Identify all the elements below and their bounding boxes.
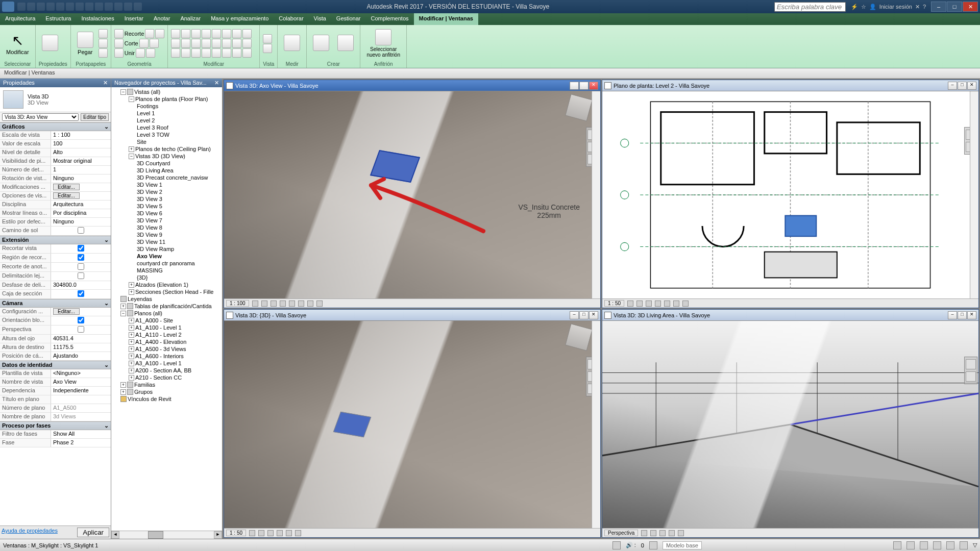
- tree-views-root[interactable]: −Vistas (all): [112, 88, 221, 95]
- apply-button[interactable]: Aplicar: [77, 528, 109, 537]
- vertical-scrollbar[interactable]: [970, 91, 978, 298]
- tree-item[interactable]: 3D View Ramp: [112, 245, 221, 253]
- prop-value[interactable]: 1 : 100: [51, 131, 111, 139]
- crop-icon[interactable]: [669, 530, 675, 536]
- visual-style-icon[interactable]: [650, 530, 656, 536]
- steering-icon[interactable]: [966, 359, 976, 369]
- sunpath-icon[interactable]: [271, 300, 277, 307]
- create-button-2[interactable]: [334, 34, 357, 53]
- mod-icon-2[interactable]: [212, 39, 221, 48]
- app-logo-icon[interactable]: [2, 2, 14, 12]
- close-icon[interactable]: ✕: [214, 80, 219, 86]
- hide-icon[interactable]: [307, 300, 313, 307]
- perspective-checkbox[interactable]: [78, 326, 84, 333]
- view-canvas[interactable]: [602, 321, 978, 528]
- tab-instalaciones[interactable]: Instalaciones: [76, 13, 119, 25]
- select-face-icon[interactable]: [933, 541, 941, 549]
- properties-help-link[interactable]: Ayuda de propiedades: [2, 528, 75, 537]
- sunpath-icon[interactable]: [659, 530, 666, 536]
- tree-item[interactable]: 3D View 9: [112, 231, 221, 238]
- qat-section-icon[interactable]: [105, 3, 113, 11]
- mod-icon-1[interactable]: [202, 39, 211, 48]
- tree-links[interactable]: Vínculos de Revit: [112, 395, 221, 403]
- qat-undo-icon[interactable]: [37, 3, 45, 11]
- view-btn2[interactable]: [263, 44, 272, 53]
- split-icon[interactable]: [212, 29, 221, 38]
- cope-icon[interactable]: [114, 29, 124, 38]
- prop-value[interactable]: Axo View: [51, 378, 111, 386]
- copy-icon[interactable]: [181, 29, 190, 38]
- tab-complementos[interactable]: Complementos: [366, 13, 414, 25]
- mod-icon-9[interactable]: [202, 48, 211, 58]
- geo-btn4[interactable]: [150, 39, 159, 48]
- crop-icon[interactable]: [298, 300, 304, 307]
- minimize-icon[interactable]: –: [948, 311, 957, 319]
- view-titlebar[interactable]: Vista 3D: {3D} - Villa Savoye –□✕: [224, 310, 600, 321]
- tab-analizar[interactable]: Analizar: [175, 13, 206, 25]
- tree-sheet[interactable]: +A1_A000 - Site: [112, 317, 221, 324]
- tree-sheet[interactable]: +A210 - Section CC: [112, 374, 221, 381]
- tree-item[interactable]: 3D Living Area: [112, 167, 221, 174]
- cropregion-checkbox[interactable]: [78, 254, 84, 261]
- create-button[interactable]: [310, 34, 332, 53]
- geo-btn6[interactable]: [146, 48, 155, 58]
- mirror-icon[interactable]: [171, 39, 180, 48]
- close-button[interactable]: ✕: [963, 2, 978, 12]
- sunpath-icon[interactable]: [646, 300, 652, 307]
- instance-selector[interactable]: Vista 3D: Axo View: [2, 113, 79, 121]
- tree-elevations[interactable]: +Alzados (Elevation 1): [112, 281, 221, 288]
- minimize-button[interactable]: –: [931, 2, 946, 12]
- tab-estructura[interactable]: Estructura: [40, 13, 76, 25]
- tree-item[interactable]: Site: [112, 138, 221, 145]
- drag-elements-icon[interactable]: [946, 541, 954, 549]
- search-input[interactable]: [774, 2, 846, 12]
- select-links-icon[interactable]: [893, 541, 901, 549]
- view-canvas[interactable]: VS_Insitu Concrete 225mm: [224, 91, 600, 298]
- prop-value[interactable]: 100: [51, 140, 111, 148]
- orient-checkbox[interactable]: [78, 317, 84, 323]
- tree-item[interactable]: courtyard ctr panorama: [112, 260, 221, 267]
- pick-host-button[interactable]: Seleccionar nuevo anfitrión: [363, 28, 403, 59]
- visual-style-icon[interactable]: [261, 300, 267, 307]
- sunpath-checkbox[interactable]: [78, 227, 84, 234]
- detail-level-icon[interactable]: [627, 300, 633, 307]
- viewcube[interactable]: [565, 94, 593, 121]
- align-icon[interactable]: [191, 39, 201, 48]
- close-icon[interactable]: ✕: [967, 82, 976, 90]
- prop-value[interactable]: A1_A500: [51, 404, 111, 412]
- tree-item[interactable]: Level 3 TOW: [112, 131, 221, 138]
- tree-item[interactable]: 3D View 6: [112, 210, 221, 217]
- corte-label[interactable]: Corte: [125, 40, 138, 46]
- signin-link[interactable]: Iniciar sesión: [879, 4, 912, 10]
- tree-item[interactable]: 3D Courtyard: [112, 160, 221, 167]
- mod-icon-6[interactable]: [171, 48, 180, 58]
- hide-icon[interactable]: [678, 530, 684, 536]
- section-identidad[interactable]: Datos de identidad⌄: [0, 361, 111, 369]
- close-icon[interactable]: ✕: [589, 311, 598, 319]
- tab-arquitectura[interactable]: Arquitectura: [0, 13, 40, 25]
- tree-ceilingplans[interactable]: +Planos de techo (Ceiling Plan): [112, 145, 221, 153]
- prop-value[interactable]: [51, 395, 111, 404]
- maximize-icon[interactable]: □: [579, 311, 589, 319]
- tree-item[interactable]: 3D View 8: [112, 224, 221, 231]
- view-canvas[interactable]: [224, 321, 600, 528]
- mod-icon-4[interactable]: [232, 39, 241, 48]
- scale-selector[interactable]: 1 : 50: [604, 300, 624, 307]
- paste-button[interactable]: Pegar: [74, 31, 96, 56]
- prop-value[interactable]: Show All: [51, 430, 111, 438]
- prop-value[interactable]: 3d Views: [51, 413, 111, 421]
- section-camara[interactable]: Cámara⌄: [0, 299, 111, 308]
- crop-icon[interactable]: [286, 530, 292, 536]
- hide-icon[interactable]: [673, 300, 679, 307]
- tree-item[interactable]: 3D View 2: [112, 188, 221, 195]
- tree-groups[interactable]: +Grupos: [112, 388, 221, 395]
- prop-value[interactable]: Phase 2: [51, 439, 111, 447]
- select-pinned-icon[interactable]: [920, 541, 928, 549]
- prop-value[interactable]: <Ninguno>: [51, 369, 111, 378]
- sectionbox-checkbox[interactable]: [78, 290, 84, 297]
- sunpath-icon[interactable]: [267, 530, 274, 536]
- editable-icon[interactable]: [649, 541, 657, 549]
- prop-value[interactable]: Ninguno: [51, 218, 111, 226]
- tab-vista[interactable]: Vista: [309, 13, 331, 25]
- prop-value[interactable]: 40531.4: [51, 335, 111, 343]
